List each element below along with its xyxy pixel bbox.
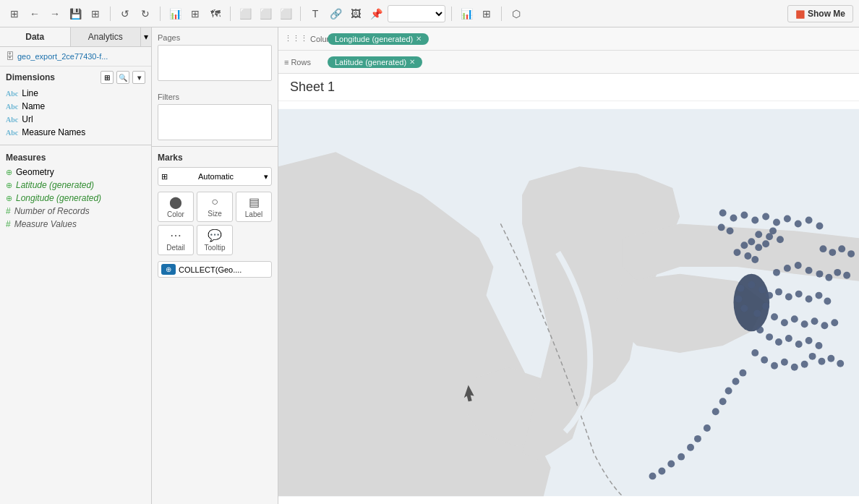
marks-type-icon: ⊞	[161, 172, 168, 181]
text-icon[interactable]: T	[307, 5, 324, 22]
columns-pill-close[interactable]: ✕	[416, 35, 422, 43]
svg-point-11	[718, 223, 725, 231]
svg-point-83	[819, 245, 826, 252]
back-icon[interactable]: ←	[26, 5, 43, 22]
show-me-button[interactable]: ▦ Show Me	[787, 5, 853, 22]
chart-icon[interactable]: 📊	[166, 5, 184, 22]
svg-point-72	[704, 424, 711, 432]
dimensions-grid-btn[interactable]: ⊞	[101, 71, 114, 84]
dimensions-actions: ⊞ 🔍 ▾	[101, 71, 145, 84]
viz-type-dropdown[interactable]	[388, 5, 445, 22]
dimensions-menu-btn[interactable]: ▾	[132, 71, 145, 84]
undo-icon[interactable]: ↺	[116, 5, 134, 22]
link-icon[interactable]: 🔗	[327, 5, 344, 22]
panel-tab-dropdown[interactable]: ▾	[141, 27, 151, 46]
filters-shelf[interactable]	[158, 104, 272, 140]
columns-pill[interactable]: Longitude (generated) ✕	[328, 33, 429, 45]
measure-values[interactable]: # Measure Values	[0, 218, 151, 231]
svg-point-86	[847, 250, 855, 257]
svg-point-85	[838, 245, 845, 252]
marks-size-btn[interactable]: ○ Size	[197, 192, 233, 222]
hash-icon-records: #	[6, 206, 11, 216]
marks-detail-btn[interactable]: ⋯ Detail	[158, 225, 194, 255]
svg-point-46	[824, 298, 831, 305]
sep5	[451, 7, 452, 21]
bar-chart-icon[interactable]: 📊	[458, 5, 475, 22]
marks-color-btn[interactable]: ⬤ Color	[158, 192, 194, 222]
dim-line[interactable]: Abc Line	[0, 87, 151, 100]
svg-point-32	[735, 296, 742, 303]
svg-point-73	[694, 435, 701, 443]
measures-header: Measures	[0, 148, 151, 166]
measure-longitude[interactable]: ⊕ Longitude (generated)	[0, 192, 151, 205]
svg-point-1	[719, 210, 727, 217]
layout3-icon[interactable]: ⬜	[277, 5, 294, 22]
abc-icon-url: Abc	[6, 116, 18, 124]
svg-point-62	[761, 356, 768, 364]
hash-icon-values: #	[6, 219, 11, 229]
dim-measure-names[interactable]: Abc Measure Names	[0, 126, 151, 139]
columns-pill-label: Longitude (generated)	[335, 35, 413, 43]
data-source-row[interactable]: 🗄 geo_export_2ce77430-f...	[0, 47, 151, 67]
dim-name[interactable]: Abc Name	[0, 100, 151, 113]
svg-point-41	[775, 289, 782, 296]
marks-tooltip-label: Tooltip	[205, 244, 226, 252]
svg-point-36	[805, 267, 813, 274]
svg-point-30	[753, 309, 761, 317]
svg-point-74	[687, 444, 694, 451]
svg-point-14	[740, 242, 748, 249]
marks-tooltip-btn[interactable]: 💬 Tooltip	[197, 225, 233, 255]
table-icon[interactable]: ⊞	[187, 5, 204, 22]
dimensions-search-btn[interactable]: 🔍	[116, 71, 129, 84]
dim-url[interactable]: Abc Url	[0, 113, 151, 126]
geo-icon-longitude: ⊕	[6, 194, 12, 203]
marks-size-label: Size	[208, 210, 221, 218]
layout-icon[interactable]: ⬜	[236, 5, 254, 22]
redo-icon[interactable]: ↻	[137, 5, 154, 22]
pin-icon[interactable]: 📌	[367, 5, 385, 22]
svg-point-79	[809, 353, 816, 360]
measure-geometry[interactable]: ⊕ Geometry	[0, 166, 151, 179]
marks-label-btn[interactable]: ▤ Label	[236, 192, 272, 222]
viz-area[interactable]	[278, 101, 859, 504]
abc-icon-name: Abc	[6, 103, 18, 111]
marks-buttons-grid: ⬤ Color ○ Size ▤ Label ⋯ Detail 💬 Too	[158, 192, 272, 255]
rows-pill-close[interactable]: ✕	[409, 58, 415, 66]
panel-tabs: Data Analytics ▾	[0, 27, 151, 47]
dashboard-icon[interactable]: ⊞	[478, 5, 495, 22]
measure-num-records[interactable]: # Number of Records	[0, 205, 151, 218]
share-icon[interactable]: ⬡	[508, 5, 525, 22]
svg-point-47	[771, 313, 778, 320]
measure-latitude[interactable]: ⊕ Latitude (generated)	[0, 179, 151, 192]
database-icon: 🗄	[6, 51, 14, 61]
save-icon[interactable]: 💾	[67, 5, 84, 22]
show-me-label: Show Me	[808, 9, 845, 19]
home-icon[interactable]: ⊞	[6, 5, 23, 22]
svg-point-23	[777, 236, 784, 243]
rows-pill[interactable]: Latitude (generated) ✕	[328, 56, 422, 68]
image-icon[interactable]: 🖼	[347, 5, 364, 22]
svg-point-40	[843, 272, 850, 279]
svg-point-6	[773, 219, 780, 226]
svg-point-22	[769, 227, 777, 234]
measure-values-label: Measure Values	[14, 219, 77, 229]
forward-icon[interactable]: →	[46, 5, 64, 22]
collect-field-row[interactable]: ⊕ COLLECT(Geo....	[158, 261, 272, 278]
svg-point-66	[801, 361, 808, 368]
svg-point-29	[762, 303, 769, 310]
pages-shelf[interactable]	[158, 45, 272, 81]
map-icon[interactable]: 🗺	[207, 5, 224, 22]
svg-point-57	[785, 335, 792, 342]
tab-data[interactable]: Data	[0, 27, 71, 46]
svg-point-58	[795, 341, 803, 348]
measure-longitude-label: Longitude (generated)	[16, 193, 101, 203]
abc-icon-line: Abc	[6, 90, 18, 98]
svg-point-63	[771, 362, 778, 370]
marks-type-dropdown[interactable]: ⊞ Automatic ▾	[158, 167, 272, 186]
svg-point-76	[667, 461, 675, 468]
tab-analytics[interactable]: Analytics	[71, 27, 142, 46]
add-datasource-icon[interactable]: ⊞	[87, 5, 104, 22]
svg-point-59	[805, 337, 813, 344]
layout2-icon[interactable]: ⬜	[257, 5, 274, 22]
svg-point-9	[805, 217, 813, 224]
